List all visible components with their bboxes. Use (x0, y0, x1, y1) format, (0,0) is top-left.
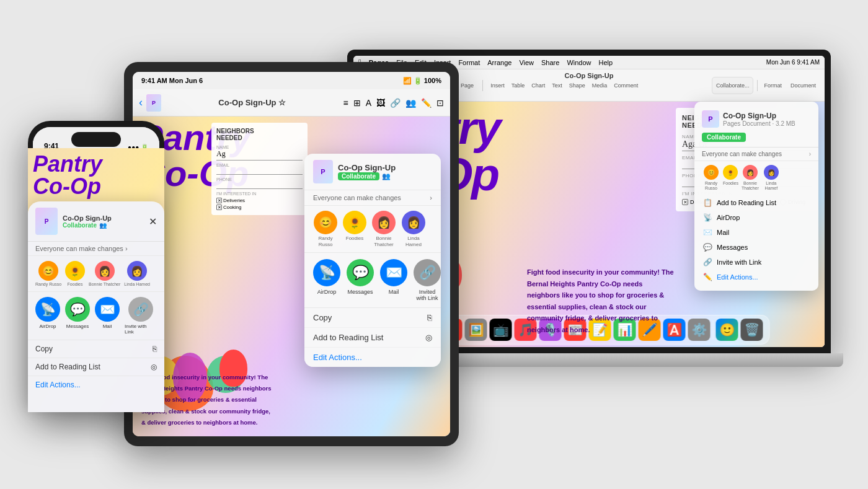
mac-mail[interactable]: ✉️ Mail (694, 225, 818, 240)
airdrop-label: AirDrop (717, 214, 740, 221)
mac-avatar-3: 👩 Bonnie Thatcher (741, 165, 760, 192)
pages-doc-title: Co-Op Sign-Up (565, 72, 614, 79)
mac-collaborate-button[interactable]: Collaborate (702, 133, 746, 142)
ipad-share-popup: P Co-Op Sign-Up Collaborate 👥 (304, 154, 441, 367)
toolbar-document-btn[interactable]: Document (788, 77, 818, 94)
ipad-share-airdrop[interactable]: 📡 AirDrop (313, 259, 340, 301)
iphone-doc-name: Co-Op Sign-Up (63, 214, 144, 222)
ipad-cooking-check[interactable]: ✕ Cooking (216, 205, 303, 210)
ipad-reading-list-action[interactable]: Add to Reading List ◎ (304, 328, 441, 348)
iphone-screen: 9:41 ●●● 🔋 PantryCo-Op P Co-Op Sign-Up (33, 127, 159, 406)
iphone-close-sheet-icon[interactable]: ✕ (149, 216, 157, 227)
ipad-neighbors-heading: NEIGHBORSNEEDED (216, 128, 303, 141)
iphone-share-messages[interactable]: 💬 Messages (65, 297, 90, 335)
iphone: 9:41 ●●● 🔋 PantryCo-Op P Co-Op Sign-Up (28, 121, 164, 412)
ipad-avatar-bonnie-name: Bonnie Thatcher (371, 236, 396, 247)
iphone-share-mail[interactable]: ✉️ Mail (95, 297, 120, 335)
ipad-mail-label: Mail (389, 289, 399, 295)
ipad-avatar-randy-name: Randy Russo (313, 236, 338, 247)
iphone-mail-circle: ✉️ (95, 297, 120, 322)
ipad-share-messages[interactable]: 💬 Messages (347, 259, 374, 301)
iphone-copy-icon: ⎘ (153, 345, 157, 353)
dock-tv[interactable]: 📺 (490, 319, 512, 341)
iphone-copy-action[interactable]: Copy ⎘ (33, 340, 159, 358)
edit-actions-label: Edit Actions... (717, 273, 758, 281)
mac-airdrop[interactable]: 📡 AirDrop (694, 210, 818, 225)
iphone-avatar-linda-icon: 👩 (127, 261, 147, 281)
ipad-everyone-chevron: › (430, 194, 432, 201)
ipad-doc-title[interactable]: Co-Op Sign-Up ☆ (218, 98, 286, 107)
ipad-popup-thumb: P (313, 160, 333, 183)
view-menu[interactable]: View (519, 59, 534, 66)
toolbar-text-btn[interactable]: Text (549, 77, 565, 94)
iphone-avatar-foodies: 🌻 Foodies (65, 261, 85, 286)
toolbar-table-btn[interactable]: Table (509, 77, 528, 94)
mac-invite-link[interactable]: 🔗 Invite with Link (694, 255, 818, 270)
ipad-text-icon[interactable]: A (366, 98, 371, 108)
ipad-brush-icon[interactable]: ✏️ (421, 98, 432, 108)
ipad-list-icon[interactable]: ≡ (343, 98, 348, 108)
toolbar-format-btn[interactable]: Format (761, 77, 784, 94)
mac-avatar-foodies-name: Foodies (723, 181, 738, 186)
toolbar-insert-btn[interactable]: Insert (488, 77, 507, 94)
iphone-share-invite[interactable]: 🔗 Invite with Link (125, 297, 157, 335)
ipad-checkboxes: ✕ Deliveries ✕ Cooking (216, 198, 303, 210)
mac-avatar-randy: 😊 (704, 165, 719, 180)
dock-trash[interactable]: 🗑️ (741, 319, 763, 341)
ipad-collab-btn[interactable]: Collaborate (338, 172, 379, 180)
toolbar-sep-2 (757, 80, 758, 91)
ipad-grid-icon[interactable]: ⊞ (353, 98, 361, 108)
dock-sysprefs[interactable]: ⚙️ (688, 319, 711, 341)
window-menu[interactable]: Window (567, 59, 591, 66)
ipad-avatar-foodies-name: Foodies (346, 236, 363, 242)
ipad-image-icon[interactable]: 🖼 (376, 98, 385, 108)
iphone-reading-list-action[interactable]: Add to Reading List ◎ (33, 358, 159, 376)
ipad-back-btn[interactable]: ‹ (139, 96, 143, 109)
mac-doc-thumb: P (702, 110, 719, 128)
share-menu[interactable]: Share (541, 59, 559, 66)
iphone-edit-actions[interactable]: Edit Actions... (33, 376, 159, 394)
mac-edit-actions[interactable]: ✏️ Edit Actions... (694, 270, 818, 284)
iphone-doc-info: Co-Op Sign-Up Collaborate 👥 (63, 214, 144, 229)
toolbar-collaborate-btn[interactable]: Collaborate... (712, 77, 754, 94)
ipad-name-label: NAME (216, 145, 303, 149)
iphone-avatar-randy-icon: 😊 (38, 261, 58, 281)
ipad-share-invite-link[interactable]: 🔗 Invited with Link (414, 259, 441, 301)
iphone-everyone-row[interactable]: Everyone can make changes › (33, 242, 159, 256)
ipad-messages-icon: 💬 (347, 259, 374, 286)
ipad-copy-action[interactable]: Copy ⎘ (304, 308, 441, 328)
ipad-mail-icon: ✉️ (380, 259, 407, 286)
ipad-everyone-label[interactable]: Everyone can make changes › (304, 190, 441, 206)
ipad-deliveries-check[interactable]: ✕ Deliveries (216, 198, 303, 203)
ipad-edit-actions[interactable]: Edit Actions... (304, 348, 441, 367)
ipad-link-icon[interactable]: 🔗 (390, 98, 401, 108)
ipad-more-icon[interactable]: ⊡ (436, 98, 444, 108)
format-menu[interactable]: Format (458, 59, 480, 66)
iphone-collab-label: Collaborate (63, 222, 97, 229)
mac-messages[interactable]: 💬 Messages (694, 240, 818, 255)
mac-collab-header: P Co-Op Sign-Up Pages Document · 3.2 MB … (694, 108, 818, 148)
dock-finder[interactable]: 🙂 (716, 319, 738, 341)
mac-collab-subtitle: Pages Document · 3.2 MB (723, 120, 795, 127)
iphone-copy-label: Copy (35, 345, 53, 353)
mac-add-reading-list[interactable]: 📋 Add to Reading List (694, 195, 818, 210)
iphone-share-airdrop[interactable]: 📡 AirDrop (35, 297, 60, 335)
toolbar-chart-btn[interactable]: Chart (529, 77, 547, 94)
ipad-email-field[interactable] (216, 167, 303, 175)
iphone-edit-actions-label: Edit Actions... (35, 381, 81, 389)
ipad-popup-title: Co-Op Sign-Up (338, 163, 396, 172)
dock-photos[interactable]: 🖼️ (465, 319, 487, 341)
mac-everyone-label: Everyone can make changes › (694, 148, 818, 161)
ipad-email-label: EMAIL (216, 163, 303, 167)
mac-avatar-4: 👩 Linda Hamef (762, 165, 781, 192)
ipad-share-icons-row: 📡 AirDrop 💬 Messages ✉️ Mail (304, 253, 441, 308)
ipad-airdrop-label: AirDrop (317, 289, 337, 295)
help-menu[interactable]: Help (599, 59, 613, 66)
arrange-menu[interactable]: Arrange (487, 59, 512, 66)
toolbar-comment-btn[interactable]: Comment (611, 77, 640, 94)
ipad-statusbar: 9:41 AM Mon Jun 6 📶 🔋 100% (133, 72, 450, 89)
ipad-collab-icon[interactable]: 👥 (405, 98, 416, 108)
ipad-phone-field[interactable] (216, 182, 303, 189)
ipad-share-mail[interactable]: ✉️ Mail (380, 259, 407, 301)
iphone-avatars: 😊 Randy Russo 🌻 Foodies 👩 Bonnie Thatche… (33, 256, 159, 292)
